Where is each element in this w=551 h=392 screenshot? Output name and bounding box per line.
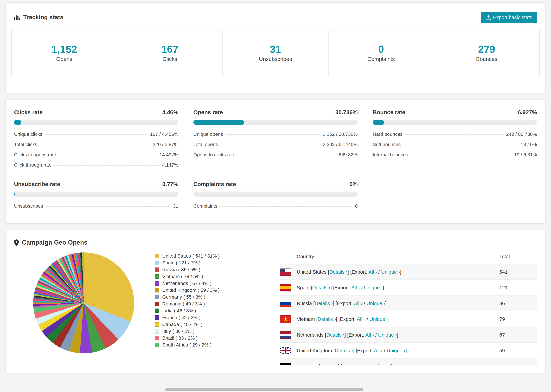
export-all-link[interactable]: All ›	[359, 364, 367, 365]
export-all-link[interactable]: All ›	[374, 348, 382, 353]
geo-table-body: United States [Details ›] [Export: All ›…	[280, 264, 537, 365]
legend-item: Germany ( 55 / 3% )	[155, 294, 273, 300]
legend-item: Vietnam ( 79 / 5% )	[155, 274, 273, 279]
rate-value: 4.46%	[162, 109, 178, 116]
dotted-leader	[405, 134, 503, 135]
details-link[interactable]: Details ›	[312, 285, 330, 290]
dotted-leader	[59, 155, 157, 155]
nl-flag-icon	[280, 331, 291, 338]
legend-label: South Africa ( 29 / 2% )	[162, 342, 212, 348]
gb-flag-icon	[280, 347, 291, 354]
country-links: United Kingdom [Details ›] [Export: All …	[297, 348, 407, 353]
export-all-link[interactable]: All ›	[351, 285, 360, 290]
rate-row-value: 242 / 86.738%	[506, 131, 537, 137]
rate-row-label: Unique clicks	[14, 131, 42, 137]
rate-head: Bounce rate6.927%	[373, 109, 537, 116]
ru-flag-icon	[280, 300, 291, 307]
dotted-leader	[45, 134, 147, 135]
table-row: Russia [Details ›] [Export: All › / Uniq…	[280, 295, 537, 311]
rate-row-label: Soft bounces	[373, 142, 401, 147]
geo-table: Country Total United States [Details ›] …	[280, 249, 537, 365]
export-unique-link[interactable]: Unique ›	[369, 316, 388, 322]
details-link[interactable]: Details ›	[320, 364, 338, 365]
tracking-stats-card: Tracking stats Export basic stats 1,152O…	[6, 2, 545, 93]
tracking-stats-header: Tracking stats Export basic stats	[6, 3, 545, 30]
country-total: 59	[499, 348, 537, 353]
stat-label: Clicks	[117, 56, 222, 62]
geo-title-wrap: Campaign Geo Opens	[14, 239, 87, 246]
export-unique-link[interactable]: Unique ›	[367, 301, 385, 306]
legend-item: France ( 42 / 2% )	[155, 315, 273, 320]
legend-swatch	[155, 295, 159, 299]
rate-row-label: Click through rate	[14, 162, 51, 168]
stat-label: Bounces	[434, 56, 539, 62]
rate-progress-track	[14, 120, 178, 125]
export-button-label: Export basic stats	[493, 15, 532, 20]
legend-swatch	[155, 329, 159, 333]
dotted-leader	[54, 165, 159, 166]
stat-value: 167	[117, 43, 222, 55]
export-unique-link[interactable]: Unique ›	[372, 364, 390, 365]
tracking-stats-row: 1,152Opens167Clicks31Unsubscribes0Compla…	[11, 30, 540, 77]
stat-cell: 1,152Opens	[11, 30, 117, 77]
export-unique-link[interactable]: Unique ›	[387, 348, 406, 353]
table-row: Netherlands [Details ›] [Export: All › /…	[280, 327, 537, 343]
legend-item: India ( 46 / 3% )	[155, 308, 273, 313]
export-all-link[interactable]: All ›	[368, 269, 377, 274]
export-unique-link[interactable]: Unique ›	[364, 285, 383, 290]
rate-rows: Unique clicks167 / 4.456%Total clicks220…	[14, 129, 178, 170]
stat-value: 279	[434, 43, 539, 55]
rate-value: 0%	[349, 181, 358, 188]
stat-cell: 0Complaints	[328, 30, 434, 77]
country-cell: Vietnam [Details ›] [Export: All › / Uni…	[280, 315, 499, 323]
export-unique-link[interactable]: Unique ›	[378, 332, 397, 337]
rate-row-value: 167 / 4.456%	[150, 131, 178, 137]
dotted-leader	[403, 145, 518, 145]
rate-progress-track	[193, 120, 358, 125]
details-link[interactable]: Details ›	[335, 348, 353, 353]
export-all-link[interactable]: All ›	[357, 316, 365, 322]
country-total: 121	[499, 285, 537, 290]
country-links: Germany [Details ›] [Export: All › / Uni…	[297, 364, 392, 365]
legend-item: United Kingdom ( 59 / 3% )	[155, 287, 273, 293]
geo-legend: United States ( 541 / 31% )Spain ( 121 /…	[155, 249, 273, 349]
details-link[interactable]: Details ›	[315, 301, 333, 306]
legend-swatch	[155, 336, 159, 340]
dotted-leader	[221, 145, 320, 145]
legend-label: Netherlands ( 67 / 4% )	[162, 280, 212, 286]
rate-rows: Hard bounces242 / 86.738%Soft bounces18 …	[373, 129, 537, 160]
rate-row: Total clicks220 / 5.87%	[14, 139, 178, 149]
export-all-link[interactable]: All ›	[354, 301, 362, 306]
legend-item: Spain ( 121 / 7% )	[155, 260, 273, 266]
export-icon	[486, 15, 491, 20]
details-link[interactable]: Details ›	[326, 332, 345, 337]
rate-head: Opens rate30.736%	[193, 109, 358, 116]
rate-row-label: Opens to clicks rate	[193, 152, 235, 157]
rate-head: Unsubscribe rate0.77%	[14, 181, 178, 188]
details-link[interactable]: Details ›	[318, 316, 336, 322]
legend-item: Netherlands ( 67 / 4% )	[155, 280, 273, 286]
export-all-link[interactable]: All ›	[365, 332, 374, 337]
geo-table-header-country: Country	[280, 254, 499, 259]
rates-card: Clicks rate4.46%Unique clicks167 / 4.456…	[6, 99, 545, 224]
stat-cell: 167Clicks	[117, 30, 223, 77]
rate-value: 6.927%	[518, 109, 537, 116]
rate-row-value: 4.147%	[162, 162, 178, 168]
rate-rows: Unique opens1,152 / 30.736%Total opens2,…	[193, 129, 358, 160]
legend-label: France ( 42 / 2% )	[162, 315, 201, 320]
export-unique-link[interactable]: Unique ›	[381, 269, 400, 274]
tracking-title-wrap: Tracking stats	[14, 14, 63, 21]
horizontal-scrollbar-thumb[interactable]	[165, 388, 363, 391]
us-flag-icon	[280, 268, 291, 275]
rate-progress-track	[14, 192, 178, 197]
export-basic-stats-button[interactable]: Export basic stats	[481, 12, 537, 23]
legend-label: Germany ( 55 / 3% )	[162, 294, 205, 300]
country-name: Vietnam	[297, 316, 316, 322]
country-name: Netherlands	[297, 332, 325, 337]
country-name: United Kingdom	[297, 348, 333, 353]
rate-block: Opens rate30.736%Unique opens1,152 / 30.…	[193, 109, 358, 170]
legend-label: India ( 46 / 3% )	[162, 308, 196, 313]
legend-label: United States ( 541 / 31% )	[162, 253, 220, 259]
rate-title: Clicks rate	[14, 109, 42, 116]
details-link[interactable]: Details ›	[329, 269, 347, 274]
